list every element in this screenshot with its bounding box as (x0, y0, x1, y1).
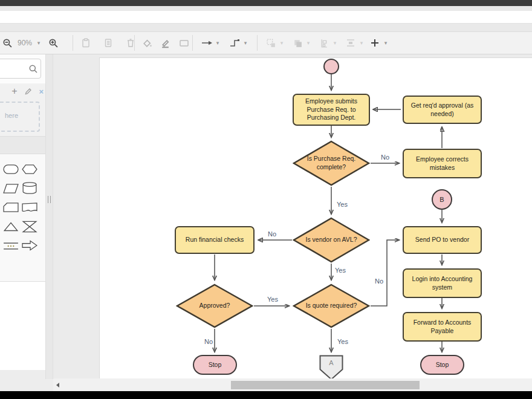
node-label: B (440, 195, 444, 204)
flowchart-node-submit-req[interactable]: Employee submits Purchase Req. to Purcha… (293, 94, 370, 126)
palette-preparation-shape[interactable] (22, 164, 37, 175)
node-label: Employee submits Purchase Req. to Purcha… (297, 97, 366, 122)
search-icon[interactable] (28, 64, 38, 74)
delete-button[interactable] (123, 36, 138, 50)
node-label: Stop (436, 361, 449, 369)
flowchart-node-run-checks[interactable]: Run financial checks (175, 226, 255, 254)
add-icon[interactable]: + (11, 86, 17, 97)
distribute-button[interactable] (343, 36, 358, 50)
palette-arrow-right-shape[interactable] (22, 239, 37, 250)
flowchart-node-send-po[interactable]: Send PO to vendor (403, 226, 482, 254)
palette-internal-storage-shape[interactable] (3, 241, 19, 252)
connector-group: ▾ ▾ (199, 32, 249, 54)
palette-data-shape[interactable] (3, 183, 19, 194)
palette-database-shape[interactable] (22, 181, 37, 192)
node-label: Approved? (183, 284, 246, 328)
group-icon (293, 38, 303, 48)
flowchart-connector-a[interactable]: A (319, 355, 343, 380)
zoom-in-icon (48, 38, 59, 48)
toolbar-separator (192, 35, 193, 51)
zoom-level-caret-icon[interactable]: ▾ (35, 40, 42, 46)
flowchart-node-correct-mistakes[interactable]: Employee corrects mistakes (403, 149, 482, 178)
zoom-out-button[interactable] (0, 36, 15, 50)
flowchart-node-req-complete[interactable]: Is Purchase Req. complete? (293, 140, 370, 186)
node-label: Stop (209, 361, 222, 369)
connector-style-button[interactable] (227, 36, 242, 50)
app-window: //online.visual-paradigm.com/ 90% ▾ (0, 0, 532, 399)
node-label: Forward to Accounts Payable (407, 319, 478, 335)
panel-actions: + × (0, 86, 44, 98)
arrange-group: ▾ ▾ ▾ ▾ (264, 32, 365, 54)
node-label: Login into Accounting system (407, 275, 478, 291)
flowchart-node-vendor-avl[interactable]: Is vendor on AVL? (293, 217, 370, 263)
flowchart-node-quote-required[interactable]: Is quote required? (293, 284, 370, 328)
flowchart-stop-left[interactable]: Stop (193, 355, 237, 375)
add-shape-button[interactable] (368, 36, 382, 50)
flowchart-node-login-accounting[interactable]: Login into Accounting system (403, 268, 482, 298)
palette-extract-shape[interactable] (3, 221, 19, 232)
bookmarks-strip (0, 24, 532, 31)
browser-tab-strip (0, 6, 532, 11)
toolbar-separator (73, 35, 73, 51)
arrow-style-icon (201, 39, 213, 47)
add-shape-caret-icon[interactable]: ▾ (382, 40, 389, 46)
edit-icon[interactable] (24, 86, 32, 97)
group-button[interactable] (290, 36, 305, 50)
drop-zone-hint: here (5, 112, 18, 119)
palette-card-shape[interactable] (3, 202, 19, 213)
paste-icon (81, 38, 91, 48)
arrange-button[interactable] (264, 36, 278, 50)
node-label: Employee corrects mistakes (407, 155, 478, 172)
node-label: Send PO to vendor (415, 236, 469, 244)
search-box[interactable] (0, 59, 41, 79)
flowchart-node-forward-ap[interactable]: Forward to Accounts Payable (403, 312, 482, 342)
clipboard-group (79, 32, 138, 54)
plus-icon (370, 38, 380, 48)
sidebar-resize-gutter[interactable] (45, 54, 53, 379)
flowchart-node-approved[interactable]: Approved? (176, 284, 253, 328)
arrange-icon (266, 38, 276, 48)
connector-style-icon (229, 38, 240, 48)
close-icon[interactable]: × (39, 86, 44, 97)
style-group (140, 32, 192, 54)
align-caret-icon[interactable]: ▾ (331, 40, 339, 46)
add-shape-group: ▾ (368, 32, 389, 54)
distribute-caret-icon[interactable]: ▾ (358, 40, 365, 46)
connector-style-caret-icon[interactable]: ▾ (242, 40, 249, 46)
arrange-caret-icon[interactable]: ▾ (278, 40, 285, 46)
horizontal-scrollbar-thumb[interactable] (231, 381, 420, 389)
node-label: Is quote required? (300, 284, 363, 328)
palette-empty-section (0, 282, 45, 370)
search-input[interactable] (0, 62, 25, 74)
copy-button[interactable] (101, 36, 115, 50)
palette-terminator-shape[interactable] (3, 164, 19, 175)
node-label: Get req'd approval (as needed) (407, 102, 478, 118)
zoom-in-button[interactable] (46, 36, 60, 50)
zoom-out-icon (2, 38, 13, 48)
flowchart-connector-b[interactable]: B (432, 189, 452, 210)
node-label: Is vendor on AVL? (300, 217, 363, 263)
fill-color-button[interactable] (140, 36, 154, 50)
node-label: A (319, 358, 343, 367)
sidebar-collapse-handle-icon[interactable] (48, 196, 51, 203)
align-button[interactable] (317, 36, 331, 50)
paste-button[interactable] (79, 36, 93, 50)
distribute-icon (345, 38, 356, 48)
line-color-button[interactable] (158, 36, 172, 50)
flowchart-node-get-approval[interactable]: Get req'd approval (as needed) (403, 96, 482, 124)
shape-style-button[interactable] (177, 36, 192, 50)
flowchart-start-node[interactable] (323, 59, 339, 74)
group-caret-icon[interactable]: ▾ (305, 40, 312, 46)
scrollbar-left-arrow-icon[interactable] (56, 383, 59, 388)
align-icon (319, 38, 329, 48)
arrow-style-caret-icon[interactable]: ▾ (214, 40, 221, 46)
palette-collate-shape[interactable] (22, 220, 37, 231)
flowchart-stop-right[interactable]: Stop (420, 355, 464, 375)
toolbar-separator (257, 35, 258, 51)
editor-toolbar: 90% ▾ (0, 31, 532, 54)
address-bar[interactable]: //online.visual-paradigm.com/ (0, 11, 532, 24)
arrow-style-button[interactable] (199, 36, 214, 50)
node-label: Is Purchase Req. complete? (300, 140, 363, 186)
palette-document-shape[interactable] (22, 202, 37, 213)
zoom-level-value[interactable]: 90% (15, 39, 35, 47)
